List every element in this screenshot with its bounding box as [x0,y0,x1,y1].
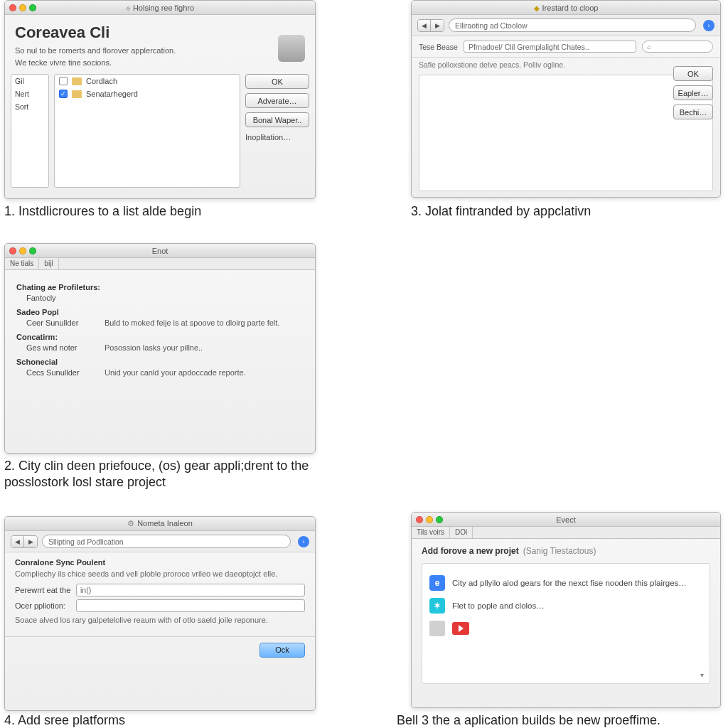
form-body: Conralone Sync Poulent Compliechy ils ch… [5,552,315,636]
advanced-button[interactable]: Adverate… [245,93,309,108]
inoplitation-link[interactable]: Inoplitation… [245,132,309,143]
tab[interactable]: bijl [39,258,58,269]
ok-button[interactable]: OK [673,66,713,81]
button-column: OK Adverate… Bonal Waper.. Inoplitation… [245,74,309,188]
gear-icon: ⚙ [127,519,134,528]
project-header: Add forove a new projet(Sanig Tiestactou… [422,546,710,556]
window-title: ◆Irestard to cloop [412,4,720,12]
file-label: Senatarhegerd [86,90,138,98]
traffic-lights[interactable] [9,4,36,11]
button-column: OK Eapler… Bechi… [673,66,713,119]
media-row [429,621,702,636]
form-title: Conralone Sync Poulent [15,558,305,567]
close-icon[interactable] [9,4,16,11]
eapler-button[interactable]: Eapler… [673,85,713,100]
category-item[interactable]: Gil [11,75,48,87]
window-title: Evect [412,515,720,524]
traffic-lights[interactable] [416,516,443,523]
file-list[interactable]: Cordlach ✓ Senatarhegerd [54,74,240,188]
minimize-icon[interactable] [19,247,26,255]
bonal-button[interactable]: Bonal Waper.. [245,112,309,127]
window-title: ⚙Nometa Inaleon [5,519,315,528]
forward-icon[interactable]: ▶ [431,20,444,31]
tab[interactable]: Tils voirs [412,527,450,538]
video-play-icon[interactable] [452,622,469,635]
group-title: Sadeo Popl [16,308,304,316]
pref-value: Unid your canld your apdoccade reporte. [105,368,304,377]
field-label: Ocer ppliotion: [15,601,72,610]
dialog-4: ⚙Nometa Inaleon ◀ ▶ Sllipting ad Podlica… [4,516,316,711]
filter-field[interactable]: Pfrnadoel/ Clil Gremplalight Chates.. [464,41,636,53]
field-label: Perewrrt eat the [15,586,72,594]
file-row[interactable]: Cordlach [55,75,240,87]
titlebar[interactable]: Evect [412,513,720,527]
zoom-icon[interactable] [29,4,36,11]
toolbar: ◀ ▶ Sllipting ad Podlication › [5,531,315,552]
pref-value: Posossion lasks your pillne.. [105,343,304,352]
tab[interactable]: DOi [450,527,473,538]
close-icon[interactable] [9,247,16,255]
dialog-3: ◆Irestard to cloop ◀ ▶ Elliraoting ad Ct… [411,0,721,198]
ok-button[interactable]: Ock [259,643,305,658]
project-item[interactable]: ✶ Flet to pople and clolos… [429,598,702,614]
pref-label: Ceer Sunullder [26,318,105,327]
forward-icon[interactable]: ▶ [24,536,37,547]
bechi-button[interactable]: Bechi… [673,105,713,119]
go-icon[interactable]: › [298,536,309,547]
bottom-bar: Ock [5,636,315,663]
nav-buttons[interactable]: ◀ ▶ [11,535,38,548]
text-input[interactable]: in() [76,584,305,596]
group-title: Chating ae Profileturs: [16,283,304,291]
window-title: Enot [5,247,315,255]
search-input[interactable]: ⌕ [642,41,713,53]
nav-buttons[interactable]: ◀ ▶ [417,19,444,32]
back-icon[interactable]: ◀ [418,20,431,31]
dialog-heading: Coreavea Cli [5,18,315,45]
category-item[interactable]: Sort [11,100,48,113]
titlebar[interactable]: ◆Irestard to cloop [412,1,720,15]
back-icon[interactable]: ◀ [11,536,24,547]
project-item-label: Flet to pople and clolos… [452,601,545,610]
category-list[interactable]: Gil Nert Sort [11,74,49,188]
zoom-icon[interactable] [436,516,443,523]
group-title: Schonecial [16,358,304,366]
file-row[interactable]: ✓ Senatarhegerd [55,87,240,100]
traffic-lights[interactable] [9,247,36,255]
text-input[interactable] [76,599,305,612]
dialog-1: ⟐ Holsing ree fighro Coreavea Cli So nul… [4,0,316,199]
minimize-icon[interactable] [426,516,433,523]
toolbar: ◀ ▶ Elliraoting ad Ctoolow › [412,15,720,36]
project-item-icon: e [429,575,445,591]
checkbox[interactable] [59,77,68,85]
go-icon[interactable]: › [703,20,714,31]
group-title: Concatirm: [16,333,304,341]
pref-value: Buld to moked feije is at spoove to dloi… [105,318,304,327]
caption-2: 2. City clin deen priefouce, (os) gear a… [4,458,338,490]
bookmark-icon: ◆ [534,4,540,12]
minimize-icon[interactable] [19,4,26,11]
ok-button[interactable]: OK [245,74,309,89]
project-body: Add forove a new projet(Sanig Tiestactou… [412,539,720,691]
zoom-icon[interactable] [29,247,36,255]
chevron-down-icon[interactable]: ▾ [700,671,704,679]
path-field[interactable]: Elliraoting ad Ctoolow [449,18,696,32]
tab[interactable]: Ne tials [5,258,39,269]
tab-strip[interactable]: Tils voirs DOi [412,527,720,539]
project-item-icon: ✶ [429,598,445,614]
checkbox-checked[interactable]: ✓ [59,90,68,98]
form-description: Compliechy ils chice seeds and vell plob… [15,569,305,579]
path-field[interactable]: Sllipting ad Podlication [42,535,291,548]
tab-strip[interactable]: Ne tials bijl [5,258,315,270]
close-icon[interactable] [416,516,423,523]
project-item[interactable]: e City ad pllyilo alod gears for the nex… [429,575,702,591]
dialog-5: Evect Tils voirs DOi Add forove a new pr… [411,512,721,708]
titlebar[interactable]: Enot [5,244,315,258]
titlebar[interactable]: ⚙Nometa Inaleon [5,517,315,531]
project-item-label: City ad pllyilo alod gears for the nexct… [452,579,687,587]
category-item[interactable]: Nert [11,87,48,100]
titlebar[interactable]: ⟐ Holsing ree fighro [5,1,315,15]
prefs-body: Chating ae Profileturs: Fantocly Sadeo P… [5,270,315,386]
filter-label: Tese Bease [419,43,458,51]
pref-label: Cecs Sunullder [26,368,105,377]
dialog-2: Enot Ne tials bijl Chating ae Profiletur… [4,243,316,454]
